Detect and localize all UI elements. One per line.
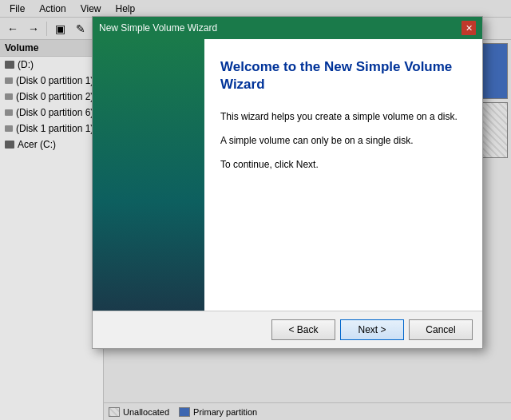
wizard-next-button[interactable]: Next > [340,319,404,340]
wizard-paragraph-2: To continue, click Next. [220,157,466,172]
wizard-body: Welcome to the New Simple Volume Wizard … [93,39,482,311]
wizard-dialog: New Simple Volume Wizard ✕ Welcome to th… [92,16,483,349]
wizard-left-panel [93,39,204,311]
wizard-footer: < Back Next > Cancel [93,311,482,348]
wizard-close-button[interactable]: ✕ [461,21,476,35]
wizard-cancel-button[interactable]: Cancel [409,319,473,340]
wizard-heading: Welcome to the New Simple Volume Wizard [220,58,466,93]
wizard-titlebar: New Simple Volume Wizard ✕ [93,17,482,39]
wizard-title-text: New Simple Volume Wizard [99,22,217,34]
wizard-content: Welcome to the New Simple Volume Wizard … [204,39,482,311]
wizard-paragraph-0: This wizard helps you create a simple vo… [220,109,466,124]
wizard-back-button[interactable]: < Back [271,319,335,340]
wizard-paragraph-1: A simple volume can only be on a single … [220,133,466,148]
